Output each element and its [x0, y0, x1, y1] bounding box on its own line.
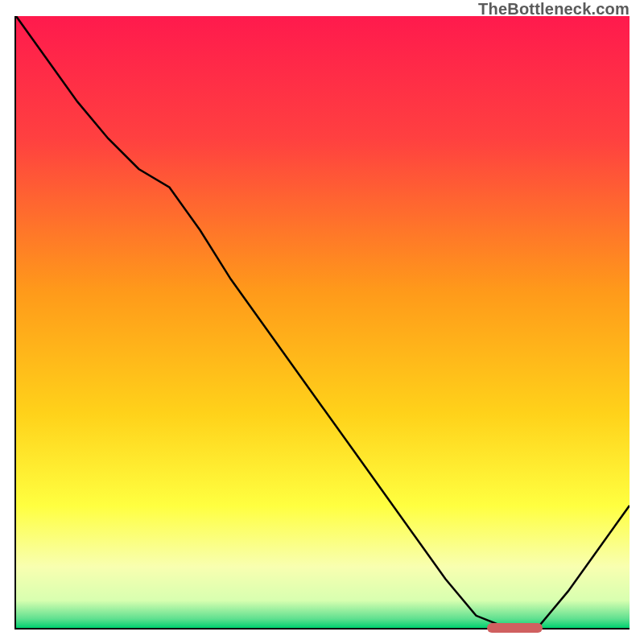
plot-area	[14, 16, 630, 630]
bottleneck-curve	[16, 16, 630, 628]
bottleneck-chart: TheBottleneck.com	[0, 0, 644, 644]
optimal-range-marker	[487, 623, 542, 633]
